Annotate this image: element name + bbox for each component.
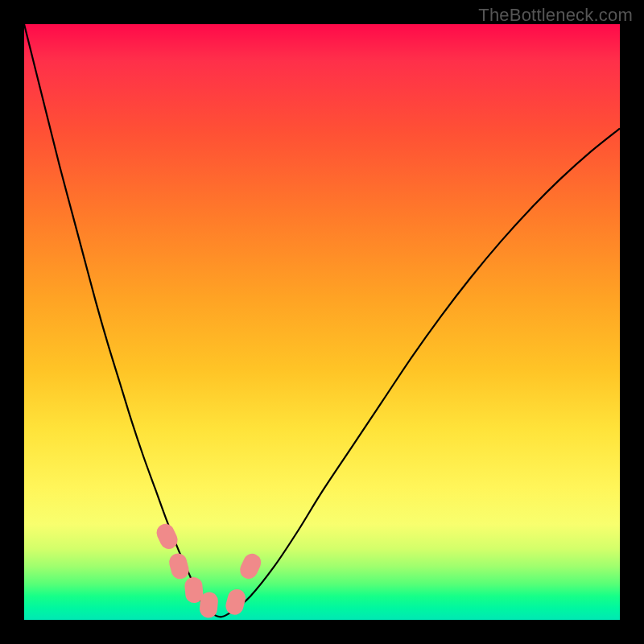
plot-area — [24, 24, 620, 620]
curve-markers-group — [154, 521, 264, 618]
chart-frame: TheBottleneck.com — [0, 0, 644, 644]
curve-marker — [237, 551, 263, 581]
curve-marker — [167, 551, 192, 581]
watermark-text: TheBottleneck.com — [478, 5, 633, 26]
bottleneck-curve-path — [24, 24, 620, 617]
curve-marker — [224, 587, 248, 617]
bottleneck-curve-svg — [24, 24, 620, 620]
